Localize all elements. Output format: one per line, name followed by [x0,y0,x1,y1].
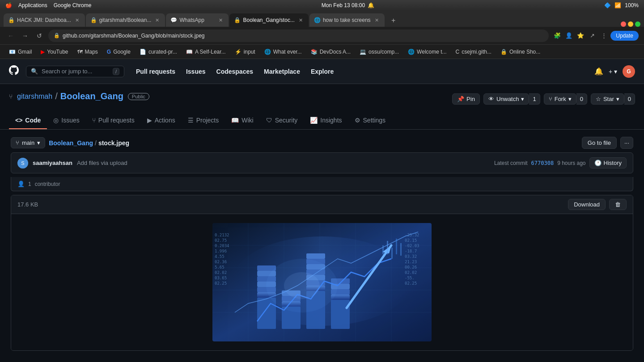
github-search[interactable]: 🔍 Search or jump to... / [26,66,124,77]
pin-button[interactable]: 📌 Pin [452,93,480,105]
repo-visibility-badge: Public [128,93,149,100]
nav-pull-requests[interactable]: Pull requests [131,65,180,78]
notifications-bell[interactable]: 🔔 [594,67,603,76]
share-icon[interactable]: ↗ [587,31,597,41]
file-path-repo-link[interactable]: Boolean_Gang [49,139,93,147]
bookmark-welcome[interactable]: 🌐 Welcome t... [404,47,450,56]
bookmark-curated[interactable]: 📄 curated-pr... [136,47,181,56]
branch-selector[interactable]: ⑂ main ▾ [11,137,45,148]
tab-settings-label: Settings [363,117,386,124]
bookmark-google[interactable]: G Google [103,47,134,56]
tab-close-ss[interactable]: ✕ [373,17,380,24]
tab-code[interactable]: <> Code [9,112,47,129]
url-bar[interactable]: 🔒 github.com/gitarshmah/Boolean_Gang/blo… [48,29,549,42]
create-new-button[interactable]: + ▾ [609,68,617,75]
feedback-link[interactable]: Give feedback [0,358,644,362]
nav-issues[interactable]: Issues [182,65,210,78]
tab-close-hack[interactable]: ✕ [74,17,80,24]
svg-rect-39 [257,298,276,329]
csejmi-icon: C [456,49,460,55]
tab-close-git[interactable]: ✕ [154,17,161,24]
tab-insights[interactable]: 📈 Insights [304,112,348,129]
tab-close-wa[interactable]: ✕ [217,17,224,24]
history-button[interactable]: 🕐 History [589,157,627,168]
nav-explore[interactable]: Explore [306,65,338,78]
window-close-button[interactable] [621,21,626,27]
tab-gitarshmah[interactable]: 🔒 gitarshmah/Boolean... ✕ [86,13,165,27]
unwatch-count[interactable]: 1 [529,93,540,105]
search-icon: 🔍 [31,68,38,75]
fork-button[interactable]: ⑂ Fork ▾ [544,93,576,105]
back-button[interactable]: ← [5,30,16,41]
battery-label: 100% [625,2,639,8]
tab-wiki[interactable]: 📖 Wiki [225,112,259,129]
commit-sha[interactable]: 6770308 [531,160,554,166]
bookmark-youtube[interactable]: ▶ YouTube [37,47,72,56]
maps-icon: 🗺 [77,49,83,55]
github-logo[interactable] [9,65,19,78]
repo-owner-link[interactable]: gitarshmah [17,93,52,101]
extensions-icon[interactable]: 🧩 [552,31,562,41]
chrome-menu[interactable]: Google Chrome [54,2,92,8]
pin-label: Pin [466,96,475,102]
applications-menu[interactable]: Applications [18,2,47,8]
google-icon: G [107,49,111,55]
tab-issues[interactable]: ◎ Issues [47,112,85,129]
profile-icon[interactable]: 👤 [564,31,574,41]
bookmark-input[interactable]: ⚡ input [231,47,259,56]
gmail-icon: 📧 [9,49,16,55]
svg-text:02.15: 02.15 [405,238,417,243]
tab-security[interactable]: 🛡 Security [260,112,304,129]
file-viewer-header: 17.6 KB Download 🗑 [11,195,633,214]
star-count[interactable]: 0 [624,93,635,105]
star-button[interactable]: ☆ Star ▾ [591,93,624,105]
bookmark-maps[interactable]: 🗺 Maps [74,47,102,56]
nav-marketplace[interactable]: Marketplace [259,65,305,78]
update-button[interactable]: Update [610,31,639,41]
tab-favicon-hack: 🔒 [8,17,14,23]
bookmark-gmail[interactable]: 📧 Gmail [5,47,35,56]
forward-button[interactable]: → [20,30,30,41]
contributor-label: contributor [35,181,60,187]
tab-whatsapp[interactable]: 💬 WhatsApp ✕ [166,13,229,27]
tab-actions[interactable]: ▶ Actions [141,112,182,129]
bookmark-onlineshop[interactable]: 🔒 Online Sho... [497,47,544,56]
reload-button[interactable]: ↺ [34,30,45,41]
apple-menu-icon[interactable]: 🍎 [5,2,12,8]
bookmark-whatever[interactable]: 🌐 What ever... [261,47,305,56]
tab-close-bg[interactable]: ✕ [297,17,304,24]
bookmark-ossu[interactable]: 💻 ossu/comp... [356,47,402,56]
commit-info-bar: S saamiyaahsan Add files via upload Late… [11,152,633,173]
tab-pull-requests[interactable]: ⑂ Pull requests [86,112,141,129]
bookmark-icon[interactable]: ⭐ [576,31,585,41]
window-maximize-button[interactable] [635,21,640,27]
tab-hack-jmi[interactable]: 🔒 HACK JMI: Dashboa... ✕ [4,13,85,27]
tab-settings[interactable]: ⚙ Settings [348,112,392,129]
new-tab-button[interactable]: + [387,14,400,27]
ossu-icon: 💻 [360,49,366,55]
go-to-file-button[interactable]: Go to file [582,137,617,149]
delete-file-button[interactable]: 🗑 [609,199,627,210]
tab-screenshot[interactable]: 🌐 how to take screens ✕ [309,13,385,27]
svg-text:21.23: 21.23 [405,260,417,264]
user-avatar[interactable]: G [623,65,635,78]
svg-text:02.02: 02.02 [215,270,227,275]
bookmark-devdocs[interactable]: 📚 DevDocs A... [307,47,354,56]
tab-projects[interactable]: ☰ Projects [182,112,225,129]
window-minimize-button[interactable] [628,21,633,27]
settings-icon[interactable]: ⋮ [599,31,609,41]
svg-text:-02.03: -02.03 [405,244,419,248]
bookmark-csejmi[interactable]: C csejmi.gith... [452,47,495,56]
nav-codespaces[interactable]: Codespaces [212,65,258,78]
unwatch-button[interactable]: 👁 Unwatch ▾ [483,93,530,105]
tab-boolean-gang[interactable]: 🔒 Boolean_Gang/stoc... ✕ [229,13,308,27]
star-group: ☆ Star ▾ 0 [591,93,635,105]
fork-count[interactable]: 0 [576,93,587,105]
insights-icon: 📈 [310,117,318,124]
commit-author-name[interactable]: saamiyaahsan [33,160,72,166]
history-clock-icon: 🕐 [594,160,602,166]
repo-name-link[interactable]: Boolean_Gang [60,91,123,101]
more-options-button[interactable]: ··· [620,137,633,149]
download-button[interactable]: Download [568,199,606,210]
bookmark-selflearn[interactable]: 📖 A Self-Lear... [182,47,229,56]
